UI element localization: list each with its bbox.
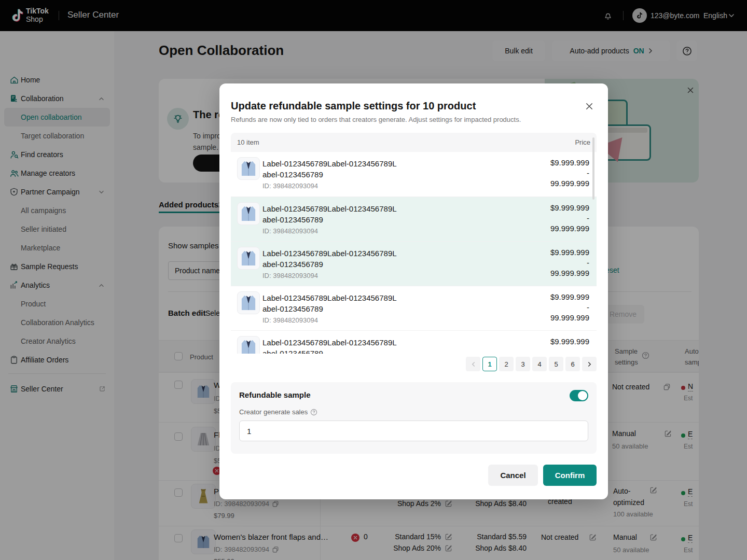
modal-list-header: 10 item Price xyxy=(231,133,597,152)
modal-product-row[interactable]: Label-0123456789Label-0123456789L abel-0… xyxy=(231,152,597,197)
modal-product-list[interactable]: Label-0123456789Label-0123456789L abel-0… xyxy=(231,152,597,354)
modal-product-row[interactable]: Label-0123456789Label-0123456789L abel-0… xyxy=(231,286,597,330)
toggle-knob xyxy=(578,391,587,400)
modal-product-row[interactable]: Label-0123456789Label-0123456789L abel-0… xyxy=(231,330,597,354)
product-thumbnail-blazer xyxy=(237,336,260,354)
pagination-page-6[interactable]: 6 xyxy=(565,357,580,371)
pagination-prev-icon[interactable] xyxy=(466,357,480,371)
pagination-page-2[interactable]: 2 xyxy=(499,357,514,371)
creator-generate-sales-row: Creator generate sales xyxy=(239,408,317,416)
modal-title: Update refundable sample settings for 10… xyxy=(231,100,476,112)
pagination: 1 2 3 4 5 6 xyxy=(466,357,597,371)
refundable-sample-toggle[interactable] xyxy=(570,390,588,401)
pagination-page-4[interactable]: 4 xyxy=(532,357,547,371)
pagination-page-1[interactable]: 1 xyxy=(482,357,497,371)
question-circle-icon[interactable] xyxy=(310,409,317,416)
modal-list-scrollbar[interactable] xyxy=(592,137,594,200)
modal-product-row[interactable]: Label-0123456789Label-0123456789L abel-0… xyxy=(231,197,597,241)
product-thumbnail-blazer xyxy=(237,202,260,225)
price-column-label: Price xyxy=(575,138,590,146)
refundable-sample-panel: Refundable sample Creator generate sales xyxy=(231,382,597,454)
pagination-next-icon[interactable] xyxy=(582,357,597,371)
close-icon[interactable] xyxy=(584,101,594,111)
product-thumbnail-blazer xyxy=(237,291,260,314)
refundable-sample-label: Refundable sample xyxy=(239,390,311,399)
pagination-page-3[interactable]: 3 xyxy=(516,357,530,371)
product-thumbnail-blazer xyxy=(237,247,260,270)
pagination-page-5[interactable]: 5 xyxy=(549,357,563,371)
product-thumbnail-blazer xyxy=(237,157,260,180)
update-refundable-sample-modal: Update refundable sample settings for 10… xyxy=(219,83,608,499)
modal-subtitle: Refunds are now only tied to orders that… xyxy=(231,116,521,123)
creator-generate-sales-input[interactable] xyxy=(239,421,588,441)
app: TikTok Shop Seller Center 123@byte.com E… xyxy=(0,0,747,560)
confirm-button[interactable]: Confirm xyxy=(543,465,597,486)
cancel-button[interactable]: Cancel xyxy=(488,465,538,486)
item-count: 10 item xyxy=(237,138,259,146)
modal-product-row[interactable]: Label-0123456789Label-0123456789L abel-0… xyxy=(231,241,597,286)
